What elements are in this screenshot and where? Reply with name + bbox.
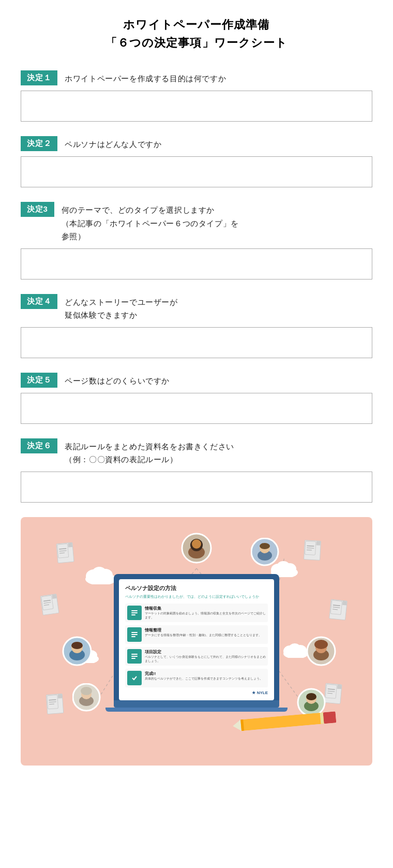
decision-row-3: 決定3 何のテーマで、どのタイプを選択しますか（本記事の「ホワイトペーパー６つの… bbox=[21, 202, 372, 243]
decision-badge-2: 決定２ bbox=[21, 136, 57, 151]
page-title: ホワイトペーパー作成準備 「６つの決定事項」ワークシート bbox=[21, 16, 372, 52]
decision-input-3[interactable] bbox=[21, 248, 372, 279]
decision-label-3: 何のテーマで、どのタイプを選択しますか（本記事の「ホワイトペーパー６つのタイプ」… bbox=[62, 202, 239, 243]
decision-label-5: ページ数はどのくらいですか bbox=[65, 373, 170, 388]
svg-rect-77 bbox=[131, 656, 138, 657]
decision-badge-4: 決定４ bbox=[21, 294, 57, 309]
svg-point-64 bbox=[306, 693, 316, 700]
svg-point-39 bbox=[289, 643, 301, 654]
svg-point-60 bbox=[81, 687, 92, 695]
decision-row-5: 決定５ ページ数はどのくらいですか bbox=[21, 373, 372, 388]
decision-input-1[interactable] bbox=[21, 91, 372, 122]
avatar-top-right bbox=[251, 538, 279, 568]
decision-label-6: 表記ルールをまとめた資料名をお書きください（例：〇〇資料の表記ルール） bbox=[65, 438, 234, 466]
avatar-top-center bbox=[181, 533, 212, 566]
svg-rect-71 bbox=[131, 612, 138, 613]
svg-rect-74 bbox=[131, 634, 138, 635]
nyle-logo: ★ NYLE bbox=[125, 690, 268, 695]
decision-section-4: 決定４ どんなストーリーでユーザーが疑似体験できますか bbox=[21, 294, 372, 358]
avatar-bottom-left bbox=[72, 683, 101, 714]
laptop: ペルソナ設定の方法 ペルソナの重要性はわかりましたが、では、どのように設定すれば… bbox=[114, 574, 279, 712]
decision-label-4: どんなストーリーでユーザーが疑似体験できますか bbox=[65, 294, 177, 322]
decision-input-2[interactable] bbox=[21, 156, 372, 187]
decision-section-5: 決定５ ページ数はどのくらいですか bbox=[21, 373, 372, 424]
decision-row-1: 決定１ ホワイトペーパーを作成する目的は何ですか bbox=[21, 70, 372, 85]
illustration-section: ペルソナ設定の方法 ペルソナの重要性はわかりましたが、では、どのように設定すれば… bbox=[21, 517, 372, 766]
svg-rect-72 bbox=[131, 614, 135, 615]
svg-rect-73 bbox=[131, 632, 138, 633]
avatar-right-middle bbox=[306, 636, 336, 668]
laptop-base bbox=[114, 700, 279, 708]
decision-section-2: 決定２ ペルソナはどんな人ですか bbox=[21, 136, 372, 187]
svg-point-27 bbox=[92, 567, 107, 579]
decision-badge-6: 決定６ bbox=[21, 438, 57, 453]
decision-input-4[interactable] bbox=[21, 327, 372, 358]
svg-rect-75 bbox=[131, 636, 135, 637]
decision-input-5[interactable] bbox=[21, 393, 372, 424]
svg-point-52 bbox=[71, 642, 83, 649]
decision-row-4: 決定４ どんなストーリーでユーザーが疑似体験できますか bbox=[21, 294, 372, 322]
illustration-wrapper: ペルソナ設定の方法 ペルソナの重要性はわかりましたが、では、どのように設定すれば… bbox=[31, 533, 362, 755]
svg-marker-79 bbox=[232, 719, 241, 731]
decision-badge-5: 決定５ bbox=[21, 373, 57, 388]
svg-rect-76 bbox=[131, 654, 138, 655]
laptop-screen-subtitle: ペルソナの重要性はわかりましたが、では、どのように設定すればいいでしょうか bbox=[125, 594, 268, 599]
decision-badge-1: 決定１ bbox=[21, 70, 57, 85]
decision-input-6[interactable] bbox=[21, 472, 372, 503]
svg-rect-78 bbox=[131, 658, 135, 659]
svg-rect-70 bbox=[131, 610, 138, 611]
decision-section-1: 決定１ ホワイトペーパーを作成する目的は何ですか bbox=[21, 70, 372, 122]
svg-point-48 bbox=[260, 543, 270, 549]
avatar-left-middle bbox=[62, 636, 92, 668]
decision-row-2: 決定２ ペルソナはどんな人ですか bbox=[21, 136, 372, 151]
decision-label-2: ペルソナはどんな人ですか bbox=[65, 136, 161, 151]
svg-rect-82 bbox=[323, 711, 337, 724]
decision-label-1: ホワイトペーパーを作成する目的は何ですか bbox=[65, 70, 226, 85]
svg-point-56 bbox=[314, 640, 328, 649]
svg-point-44 bbox=[192, 539, 201, 549]
laptop-foot bbox=[105, 708, 288, 712]
decision-section-6: 決定６ 表記ルールをまとめた資料名をお書きください（例：〇〇資料の表記ルール） bbox=[21, 438, 372, 503]
decision-section-3: 決定3 何のテーマで、どのタイプを選択しますか（本記事の「ホワイトペーパー６つの… bbox=[21, 202, 372, 279]
decision-badge-3: 決定3 bbox=[21, 202, 54, 217]
laptop-screen-title: ペルソナ設定の方法 bbox=[125, 584, 268, 592]
decision-row-6: 決定６ 表記ルールをまとめた資料名をお書きください（例：〇〇資料の表記ルール） bbox=[21, 438, 372, 466]
